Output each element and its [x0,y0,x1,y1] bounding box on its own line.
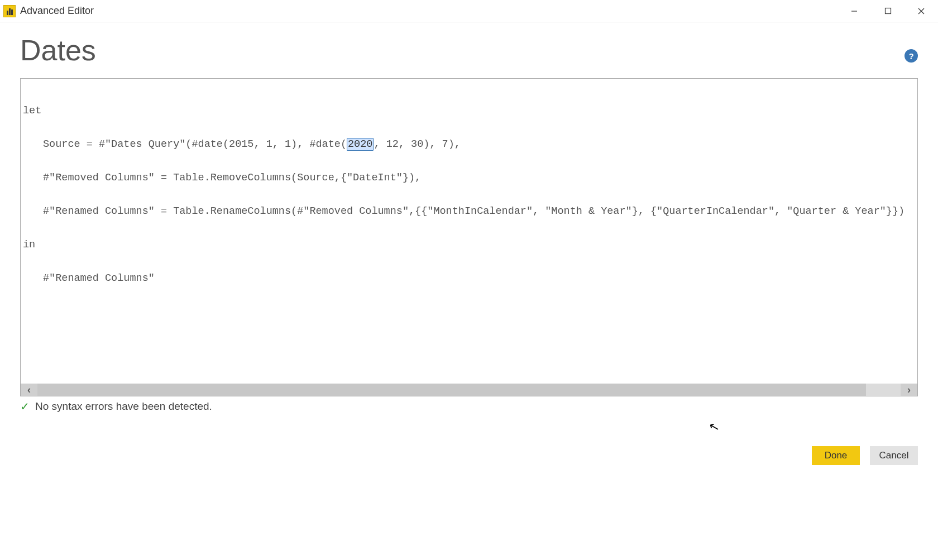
close-icon [917,7,925,15]
status-message: No syntax errors have been detected. [35,400,212,413]
minimize-icon [850,7,858,15]
cancel-button[interactable]: Cancel [870,446,918,465]
code-line-4: #"Renamed Columns" = Table.RenameColumns… [23,206,915,217]
scroll-track[interactable] [37,384,901,396]
header-row: Dates ? [0,22,938,73]
scroll-thumb[interactable] [37,384,866,396]
code-line-1: let [23,106,915,117]
close-button[interactable] [904,0,938,22]
check-icon: ✓ [20,400,30,413]
window-controls [838,0,938,22]
app-icon [3,5,16,17]
code-line-2-post: , 12, 30), 7), [374,138,460,150]
done-button[interactable]: Done [812,446,860,465]
maximize-icon [884,7,892,15]
query-name: Dates [20,33,96,67]
window-title: Advanced Editor [20,5,838,17]
help-icon[interactable]: ? [904,49,918,63]
mouse-cursor-icon: ↖ [707,419,721,435]
code-line-2: Source = #"Dates Query"(#date(2015, 1, 1… [23,139,915,150]
status-bar: ✓ No syntax errors have been detected. [20,400,918,413]
scroll-left-button[interactable]: ‹ [21,384,37,396]
code-selection: 2020 [347,138,374,151]
svg-rect-1 [885,8,891,14]
scroll-right-button[interactable]: › [901,384,917,396]
code-editor[interactable]: let Source = #"Dates Query"(#date(2015, … [20,78,918,396]
code-line-3: #"Removed Columns" = Table.RemoveColumns… [23,173,915,184]
code-line-2-pre: Source = #"Dates Query"(#date(2015, 1, 1… [43,138,347,150]
footer-buttons: Done Cancel [812,446,918,465]
horizontal-scrollbar[interactable]: ‹ › [21,384,917,396]
maximize-button[interactable] [871,0,904,22]
minimize-button[interactable] [838,0,871,22]
code-line-6: #"Renamed Columns" [23,273,915,284]
code-area[interactable]: let Source = #"Dates Query"(#date(2015, … [21,79,917,384]
title-bar: Advanced Editor [0,0,938,22]
code-line-5: in [23,240,915,251]
